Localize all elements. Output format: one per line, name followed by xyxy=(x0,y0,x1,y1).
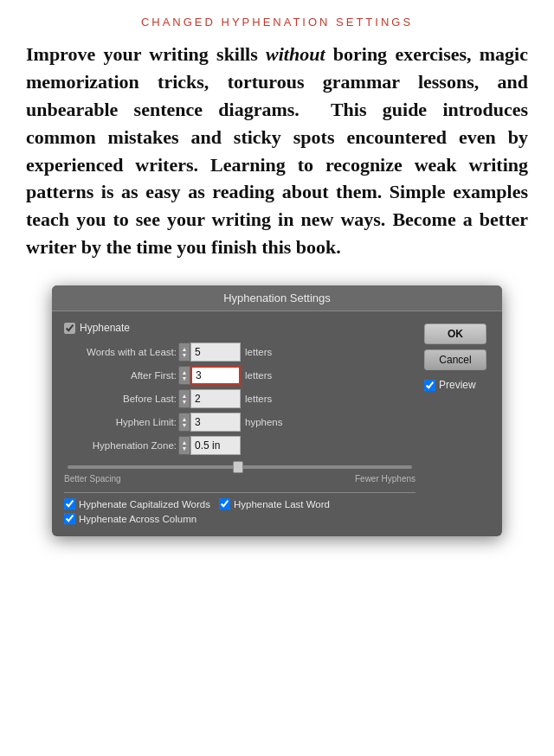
label-after-first: After First: xyxy=(64,370,177,381)
slider-thumb[interactable] xyxy=(233,461,243,473)
dialog-title: Hyphenation Settings xyxy=(52,285,502,311)
spinner-btn-hyphenation-zone[interactable]: ▲ ▼ xyxy=(178,436,190,455)
dialog-overlay: Hyphenation Settings Hyphenate Words wit… xyxy=(26,285,528,536)
label-hyphenation-zone: Hyphenation Zone: xyxy=(64,440,177,451)
input-hyphenation-zone[interactable] xyxy=(190,436,241,455)
checkbox-capitalized-words[interactable] xyxy=(64,498,75,509)
divider xyxy=(64,492,416,493)
input-before-last[interactable] xyxy=(190,389,241,408)
bottom-checkboxes: Hyphenate Capitalized Words Hyphenate La… xyxy=(64,498,416,524)
unit-words-at-least: letters xyxy=(245,347,272,357)
slider-label-left: Better Spacing xyxy=(64,474,121,484)
spinner-btn-hyphen-limit[interactable]: ▲ ▼ xyxy=(178,413,190,432)
check-across-column: Hyphenate Across Column xyxy=(64,513,196,524)
slider-track-container xyxy=(64,462,416,472)
spinner-btn-before-last[interactable]: ▲ ▼ xyxy=(178,389,190,408)
label-before-last: Before Last: xyxy=(64,394,177,404)
dialog-right: OK Cancel Preview xyxy=(424,322,493,524)
field-row-after-first: After First: ▲ ▼ letters xyxy=(64,366,416,385)
unit-before-last: letters xyxy=(245,394,272,404)
label-across-column: Hyphenate Across Column xyxy=(79,514,196,524)
preview-label: Preview xyxy=(439,379,476,391)
label-hyphen-limit: Hyphen Limit: xyxy=(64,417,177,427)
input-hyphen-limit[interactable] xyxy=(190,413,241,432)
slider-labels: Better Spacing Fewer Hyphens xyxy=(64,474,416,484)
checkbox-last-word[interactable] xyxy=(219,498,230,509)
dialog-left: Hyphenate Words with at Least: ▲ ▼ lett xyxy=(64,322,416,524)
spinner-hyphen-limit: ▲ ▼ xyxy=(178,413,241,432)
unit-hyphen-limit: hyphens xyxy=(245,417,282,427)
unit-after-first: letters xyxy=(245,370,272,381)
cancel-button[interactable]: Cancel xyxy=(424,349,486,370)
field-row-before-last: Before Last: ▲ ▼ letters xyxy=(64,389,416,408)
field-row-words-at-least: Words with at Least: ▲ ▼ letters xyxy=(64,343,416,362)
checkbox-across-column[interactable] xyxy=(64,513,75,524)
hyphenate-label: Hyphenate xyxy=(80,322,130,334)
label-words-at-least: Words with at Least: xyxy=(64,347,177,357)
dialog-body: Hyphenate Words with at Least: ▲ ▼ lett xyxy=(52,311,502,536)
slider-track[interactable] xyxy=(68,465,412,469)
field-row-hyphenation-zone: Hyphenation Zone: ▲ ▼ xyxy=(64,436,416,455)
label-capitalized-words: Hyphenate Capitalized Words xyxy=(79,499,210,509)
page-container: CHANGED HYPHENATION SETTINGS Improve you… xyxy=(0,0,554,756)
spinner-words-at-least: ▲ ▼ xyxy=(178,343,241,362)
preview-checkbox[interactable] xyxy=(424,380,435,391)
spinner-hyphenation-zone: ▲ ▼ xyxy=(178,436,241,455)
field-row-hyphen-limit: Hyphen Limit: ▲ ▼ hyphens xyxy=(64,413,416,432)
check-last-word: Hyphenate Last Word xyxy=(219,498,330,509)
hyphenate-row: Hyphenate xyxy=(64,322,416,334)
preview-row: Preview xyxy=(424,379,493,391)
spinner-btn-words-at-least[interactable]: ▲ ▼ xyxy=(178,343,190,362)
body-text: Improve your writing skills without bori… xyxy=(26,41,528,261)
spinner-after-first: ▲ ▼ xyxy=(178,366,241,385)
spinner-before-last: ▲ ▼ xyxy=(178,389,241,408)
input-after-first[interactable] xyxy=(190,366,241,385)
label-last-word: Hyphenate Last Word xyxy=(234,499,330,509)
hyphenate-checkbox[interactable] xyxy=(64,323,75,334)
ok-button[interactable]: OK xyxy=(424,324,486,344)
chapter-title: CHANGED HYPHENATION SETTINGS xyxy=(26,16,528,29)
hyphenation-dialog: Hyphenation Settings Hyphenate Words wit… xyxy=(52,285,502,536)
slider-row: Better Spacing Fewer Hyphens xyxy=(64,462,416,484)
spinner-btn-after-first[interactable]: ▲ ▼ xyxy=(178,366,190,385)
input-words-at-least[interactable] xyxy=(190,343,241,362)
slider-label-right: Fewer Hyphens xyxy=(355,474,416,484)
check-capitalized-words: Hyphenate Capitalized Words xyxy=(64,498,210,509)
